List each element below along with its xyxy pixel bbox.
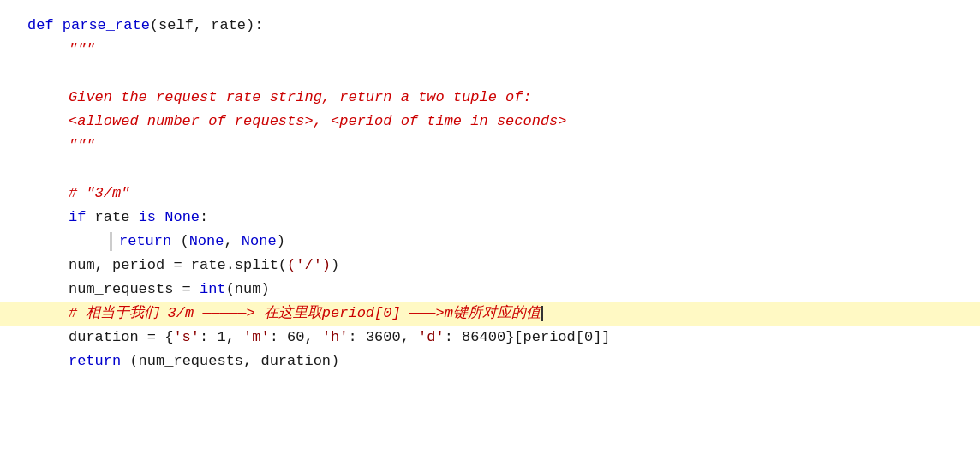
token-plain: ): bbox=[246, 17, 263, 33]
code-line bbox=[0, 158, 980, 182]
code-line: # "3/m" bbox=[0, 182, 980, 206]
indent-bar bbox=[110, 232, 112, 251]
code-line: Given the request rate string, return a … bbox=[0, 86, 980, 110]
token-chinese-comment: # 相当于我们 3/m —————> 在这里取period[0] ———>m键所… bbox=[69, 305, 541, 321]
token-builtin: int bbox=[200, 281, 226, 297]
line-content: return (None, None) bbox=[110, 230, 285, 253]
code-line: """ bbox=[0, 134, 980, 158]
token-plain: ) bbox=[331, 257, 339, 273]
token-plain: : 3600, bbox=[348, 329, 418, 345]
line-content: if rate is None: bbox=[69, 206, 208, 229]
token-comment: # "3/m" bbox=[69, 185, 129, 201]
token-plain: : bbox=[200, 209, 208, 225]
token-plain: ( bbox=[180, 233, 188, 249]
token-fn: parse_rate bbox=[63, 17, 150, 33]
token-plain: num_requests = bbox=[69, 281, 200, 297]
code-line: def parse_rate(self, rate): bbox=[0, 14, 980, 38]
token-kw: def bbox=[27, 17, 63, 33]
token-kw: is bbox=[139, 209, 165, 225]
token-plain: , bbox=[224, 233, 241, 249]
code-editor: def parse_rate(self, rate):""" Given the… bbox=[0, 0, 980, 466]
token-plain: (num_requests, duration) bbox=[129, 353, 339, 369]
line-content: # 相当于我们 3/m —————> 在这里取period[0] ———>m键所… bbox=[69, 302, 543, 325]
code-line: duration = {'s': 1, 'm': 60, 'h': 3600, … bbox=[0, 326, 980, 350]
token-plain: rate bbox=[95, 209, 139, 225]
token-plain: : 60, bbox=[270, 329, 322, 345]
line-content: """ bbox=[69, 134, 95, 157]
line-content: return (num_requests, duration) bbox=[69, 350, 339, 373]
token-plain: duration = { bbox=[69, 329, 173, 345]
token-plain: num, period = rate.split( bbox=[69, 257, 287, 273]
token-docstring: Given the request rate string, return a … bbox=[69, 89, 532, 105]
token-kw: None bbox=[189, 233, 224, 249]
line-content: # "3/m" bbox=[69, 182, 129, 205]
token-plain: ) bbox=[277, 233, 285, 249]
line-content: num, period = rate.split(('/')) bbox=[69, 254, 339, 277]
line-content: Given the request rate string, return a … bbox=[69, 86, 532, 109]
token-kw: return bbox=[69, 353, 129, 369]
token-kw: if bbox=[69, 209, 95, 225]
code-line: num, period = rate.split(('/')) bbox=[0, 254, 980, 278]
token-docstring: <allowed number of requests>, <period of… bbox=[69, 113, 567, 129]
token-plain: , bbox=[194, 17, 211, 33]
line-content: def parse_rate(self, rate): bbox=[27, 14, 263, 37]
token-plain: : 86400}[period[0]] bbox=[445, 329, 611, 345]
line-content: <allowed number of requests>, <period of… bbox=[69, 110, 567, 133]
token-kw: return bbox=[119, 233, 180, 249]
token-param: self bbox=[158, 17, 194, 33]
line-content bbox=[27, 158, 36, 181]
token-plain: : 1, bbox=[200, 329, 243, 345]
token-param: rate bbox=[211, 17, 246, 33]
code-line: return (None, None) bbox=[0, 230, 980, 254]
token-docstring: """ bbox=[69, 41, 95, 57]
code-line: """ bbox=[0, 38, 980, 62]
code-line: num_requests = int(num) bbox=[0, 278, 980, 302]
line-content bbox=[27, 62, 36, 85]
line-content: duration = {'s': 1, 'm': 60, 'h': 3600, … bbox=[69, 326, 611, 349]
token-kw: None bbox=[242, 233, 277, 249]
code-line: # 相当于我们 3/m —————> 在这里取period[0] ———>m键所… bbox=[0, 302, 980, 326]
token-str: 'd' bbox=[418, 329, 445, 345]
token-str: ('/') bbox=[287, 257, 331, 273]
token-kw: None bbox=[164, 209, 200, 225]
token-str: 's' bbox=[173, 329, 200, 345]
line-content: num_requests = int(num) bbox=[69, 278, 270, 301]
text-cursor bbox=[541, 306, 543, 321]
token-str: 'm' bbox=[243, 329, 270, 345]
token-str: 'h' bbox=[322, 329, 349, 345]
token-docstring: """ bbox=[69, 137, 95, 153]
token-plain: ( bbox=[150, 17, 158, 33]
token-plain: (num) bbox=[226, 281, 270, 297]
code-line bbox=[0, 62, 980, 86]
code-line: if rate is None: bbox=[0, 206, 980, 230]
code-line: return (num_requests, duration) bbox=[0, 350, 980, 373]
code-line: <allowed number of requests>, <period of… bbox=[0, 110, 980, 134]
line-content: """ bbox=[69, 38, 95, 61]
